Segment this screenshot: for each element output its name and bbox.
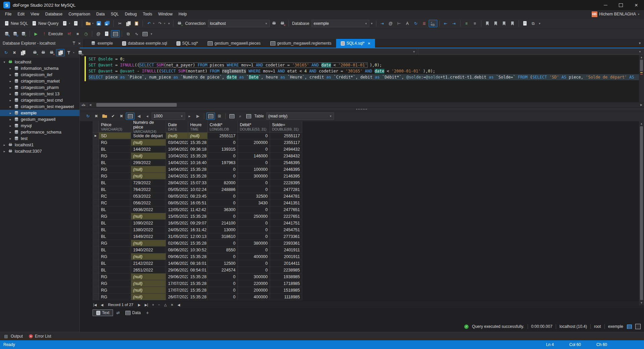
cell[interactable]: BL [99,186,131,193]
new-connection-button[interactable]: + [175,20,183,27]
cell[interactable]: 26/07/2022 [166,294,188,300]
cell[interactable]: 2773361 [270,233,302,240]
tree-expander-icon[interactable]: ▸ [3,150,6,153]
cancel-edit-button[interactable]: ✕ [170,303,174,307]
cell[interactable]: 2355117 [270,139,302,146]
cell[interactable]: (null) [131,240,166,247]
cell[interactable]: 31/05/2022 [166,233,188,240]
cell[interactable]: 15:35:28 [188,287,208,294]
maximize-button[interactable] [613,0,629,10]
cell[interactable]: 82000 [208,180,238,186]
output-panel-tab[interactable]: ▤ Output [3,334,23,339]
tree-item-gestium-megawell[interactable]: ▸gestium_megawell [0,116,79,122]
grid-scroll-up-icon[interactable]: ▲ [640,121,643,126]
cut-button[interactable]: ✂ [116,20,124,27]
cell[interactable]: 2401911 [270,247,302,253]
cell[interactable]: RG [99,240,131,247]
data-editor-button[interactable] [245,113,253,119]
edit-record-button[interactable]: △ [163,303,167,307]
check-syntax-button[interactable]: ✓ SQL [429,20,437,27]
last-record-button[interactable]: ▶| [144,303,149,307]
cell[interactable]: 053/2022 [131,193,166,200]
explorer-delete-button[interactable]: ✖ [10,49,18,56]
row-marker[interactable] [93,280,99,287]
cell[interactable]: 299/2022 [131,159,166,166]
cell[interactable]: 248886 [208,186,238,193]
cell[interactable]: 764/2022 [131,186,166,193]
document-outline-button[interactable]: ⊢ [395,20,403,27]
cell[interactable]: 2393361 [270,240,302,247]
stop-execution-button[interactable]: ■ [73,31,82,37]
save-all-button[interactable] [103,20,111,27]
new-sql-button[interactable]: New SQL [3,20,30,27]
row-marker[interactable] [93,166,99,173]
cell[interactable]: 15:35:28 [188,280,208,287]
tree-expander-icon[interactable]: ▸ [9,86,12,89]
snippets-button[interactable]: @ [387,20,395,27]
cell[interactable]: 17/07/2022 [166,287,188,294]
explorer-filter-button[interactable]: ▾ [65,49,76,56]
cell[interactable]: 200000 [238,139,270,146]
grid-status-icon[interactable] [627,324,632,329]
cell[interactable]: 09:36:18 [188,146,208,153]
column-header-cr-dit-[interactable]: Crédit*LONGBLOB [208,121,238,133]
cell[interactable]: 12500 [208,260,238,267]
row-marker[interactable] [93,240,99,247]
cell[interactable]: 0 [238,233,270,240]
tree-item-exemple[interactable]: ▸exemple [0,110,79,116]
cell[interactable]: (null) [131,153,166,159]
row-marker[interactable] [93,220,99,227]
tree-item-performance-schema[interactable]: ▸performance_schema [0,129,79,135]
refresh-database-button[interactable]: ↻ [11,31,19,37]
row-marker[interactable] [93,139,99,146]
scroll-right-icon[interactable]: ▶ [639,103,644,106]
cell[interactable]: 0 [208,166,238,173]
tree-expander-icon[interactable]: ▸ [9,92,12,96]
cell[interactable]: 2228395 [270,180,302,186]
cell[interactable]: 220000 [238,280,270,287]
cell[interactable]: 2546395 [270,159,302,166]
cell[interactable]: 1090/2022 [131,220,166,227]
cell[interactable]: 0 [238,180,270,186]
page-size-select[interactable]: 1000▼ [152,112,185,120]
cell[interactable]: 15:35:28 [188,153,208,159]
cell[interactable]: 24/04/2022 [166,173,188,180]
cell[interactable]: 29/06/2022 [166,273,188,280]
cell[interactable]: 15:35:28 [188,173,208,180]
cell[interactable]: 2348432 [270,153,302,159]
cell[interactable]: 2238985 [270,267,302,273]
cell[interactable]: 380000 [238,240,270,247]
row-marker[interactable] [93,173,99,180]
column-header-heure[interactable]: HeureTIME [188,121,208,133]
cell[interactable]: 12/05/2022 [166,206,188,213]
new-file-button[interactable] [72,20,80,27]
tab-close-icon[interactable]: ✕ [368,42,370,45]
add-view-button[interactable]: + [146,310,149,315]
delete-record-button[interactable]: − [157,303,161,307]
cell[interactable]: 10/04/2022 [166,153,188,159]
tree-item-information-schema[interactable]: ▸information_schema [0,65,79,71]
row-marker[interactable] [93,273,99,280]
connection-select[interactable]: localhost▼ [208,20,270,27]
paging-button[interactable] [228,113,236,119]
row-marker[interactable] [93,294,99,300]
cell[interactable]: 1380/2022 [131,227,166,233]
code-line-2[interactable]: SET @avant = IFNULL((SELECT SUM(net_a_pa… [89,62,639,68]
row-marker[interactable] [93,233,99,240]
cell[interactable]: 15:35:28 [188,139,208,146]
previous-page-button[interactable]: ◂ [143,113,151,119]
code-line-4[interactable]: SELECT piece as `Pièce`, num_piece as `N… [89,74,644,80]
tab-exemple[interactable]: exemple [86,39,117,48]
cell[interactable]: 2446395 [270,166,302,173]
code-line-1[interactable]: SET @solde = 0; [89,56,639,62]
copy-button[interactable] [124,20,132,27]
cell[interactable]: 3430 [238,200,270,206]
cell[interactable]: RG [99,166,131,173]
cell[interactable]: RG [99,294,131,300]
tree-expander-icon[interactable]: ▸ [9,124,12,128]
tab-sql-sql-[interactable]: SQL.sql* [172,39,203,48]
cell[interactable]: 15:35:28 [188,253,208,260]
tree-item-localhost1[interactable]: ▸localhost1 [0,142,79,148]
tab-sql4-sql-[interactable]: SQL4.sql*✕ [336,39,375,48]
explorer-duplicate-button[interactable] [19,49,27,56]
